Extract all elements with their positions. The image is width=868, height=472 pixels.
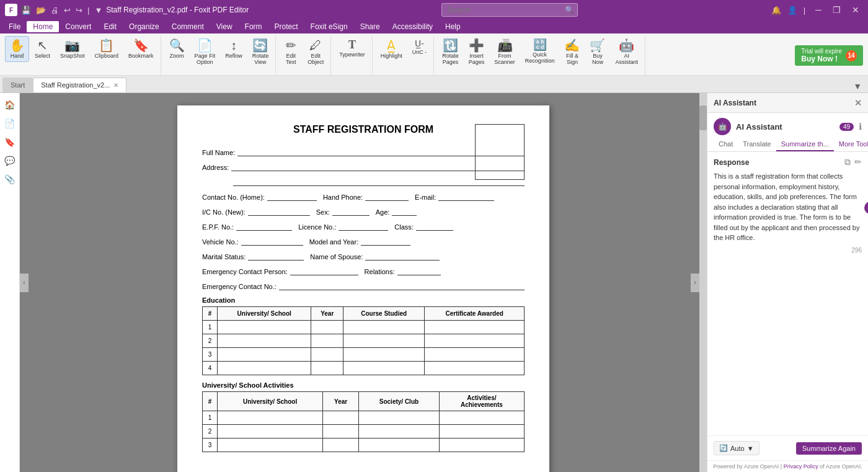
rotate-pages-button[interactable]: 🔃 RotatePages (438, 36, 463, 68)
reflow-button[interactable]: ↕ Reflow (221, 36, 247, 62)
edu-row1-course[interactable] (343, 321, 425, 334)
select-button[interactable]: ↖ Select (30, 36, 55, 62)
rotate-view-button[interactable]: 🔄 RotateView (248, 36, 273, 68)
open-icon[interactable]: 📂 (36, 6, 46, 15)
act-row1-year[interactable] (323, 411, 359, 425)
menu-foxit-esign[interactable]: Foxit eSign (304, 21, 354, 32)
sidebar-pages-button[interactable]: 📄 (2, 115, 18, 131)
menu-organize[interactable]: Organize (123, 21, 166, 32)
hand-phone-line[interactable] (365, 192, 409, 201)
vehicle-line[interactable] (241, 237, 303, 246)
buy-now-toolbar-button[interactable]: 🛒 BuyNow (585, 36, 609, 68)
act-row3-society[interactable] (359, 439, 440, 452)
edu-row4-year[interactable] (311, 362, 343, 375)
restore-button[interactable]: ❐ (829, 4, 844, 16)
email-line[interactable] (438, 192, 494, 201)
pdf-viewer[interactable]: ‹ STAFF REGISTRATION FORM Full Name: Add… (20, 93, 707, 472)
edit-response-icon[interactable]: ✏ (854, 157, 862, 167)
redo-icon[interactable]: ↪ (76, 6, 82, 15)
global-search-input[interactable] (441, 3, 578, 17)
menu-home[interactable]: Home (27, 21, 59, 32)
menu-help[interactable]: Help (439, 21, 467, 32)
insert-pages-button[interactable]: ➕ InsertPages (464, 36, 489, 68)
contact-home-line[interactable] (267, 192, 317, 201)
auto-mode-button[interactable]: 🔄 Auto ▼ (714, 441, 760, 455)
quick-recognition-button[interactable]: 🔡 QuickRecognition (521, 36, 559, 67)
sidebar-attachment-button[interactable]: 📎 (2, 171, 18, 187)
menu-edit[interactable]: Edit (97, 21, 123, 32)
zoom-button[interactable]: 🔍 Zoom (165, 36, 189, 62)
feedback-button[interactable]: 👍 (864, 202, 868, 214)
highlight-button[interactable]: A̲ Highlight (376, 36, 407, 62)
edu-row3-course[interactable] (343, 348, 425, 362)
copy-response-icon[interactable]: ⧉ (844, 157, 851, 167)
ai-tab-translate[interactable]: Translate (738, 138, 776, 151)
fill-sign-button[interactable]: ✍ Fill &Sign (560, 36, 584, 68)
spouse-line[interactable] (365, 252, 440, 260)
ic-line[interactable] (248, 207, 310, 216)
menu-accessibility[interactable]: Accessibility (386, 21, 439, 32)
undo-icon[interactable]: ↩ (64, 6, 71, 15)
menu-comment[interactable]: Comment (166, 21, 210, 32)
act-row2-school[interactable] (218, 425, 323, 439)
sidebar-comment-button[interactable]: 💬 (2, 153, 18, 169)
act-row3-activities[interactable] (439, 439, 524, 452)
typewriter-button[interactable]: T Typewriter (335, 36, 370, 61)
edu-row3-school[interactable] (218, 348, 311, 362)
edu-row2-cert[interactable] (425, 334, 525, 348)
menu-protect[interactable]: Protect (268, 21, 304, 32)
age-line[interactable] (392, 207, 417, 216)
unc-button[interactable]: U̲- UnC - (408, 36, 432, 58)
ai-assistant-toolbar-button[interactable]: 🤖 AIAssistant (611, 36, 642, 68)
tab-document-close-icon[interactable]: ✕ (113, 82, 118, 89)
privacy-policy-link[interactable]: Privacy Policy (784, 463, 818, 470)
menu-share[interactable]: Share (354, 21, 386, 32)
sidebar-home-button[interactable]: 🏠 (2, 97, 18, 113)
edu-row3-year[interactable] (311, 348, 343, 362)
buy-now-badge-button[interactable]: Trial will expire Buy Now ! 14 (795, 45, 863, 66)
marital-line[interactable] (248, 252, 304, 260)
notification-icon[interactable]: 🔔 (771, 6, 781, 15)
menu-form[interactable]: Form (239, 21, 268, 32)
tab-document[interactable]: Staff Registration_v2... ✕ (33, 78, 126, 92)
sex-line[interactable] (332, 207, 370, 216)
user-icon[interactable]: 👤 (787, 6, 797, 15)
ai-tab-more-tools[interactable]: More Tools › (834, 138, 868, 151)
ai-response-area[interactable]: Response ⧉ ✏ This is a staff registratio… (707, 152, 868, 435)
edu-row1-year[interactable] (311, 321, 343, 334)
edu-row4-course[interactable] (343, 362, 425, 375)
edu-row2-course[interactable] (343, 334, 425, 348)
menu-file[interactable]: File (2, 21, 27, 32)
tab-start[interactable]: Start (2, 78, 33, 92)
act-row2-activities[interactable] (439, 425, 524, 439)
sidebar-bookmark-button[interactable]: 🔖 (2, 134, 18, 150)
emergency-no-line[interactable] (279, 282, 525, 290)
epf-line[interactable] (236, 222, 292, 231)
licence-line[interactable] (339, 222, 388, 231)
act-row3-school[interactable] (218, 439, 323, 452)
hand-tool-button[interactable]: ✋ Hand (5, 36, 29, 62)
act-row1-society[interactable] (359, 411, 440, 425)
snapshot-button[interactable]: 📷 SnapShot (56, 36, 89, 62)
print-icon[interactable]: 🖨 (51, 6, 59, 15)
page-fit-button[interactable]: 📄 Page FitOption (190, 36, 220, 68)
model-year-line[interactable] (361, 237, 410, 246)
act-row1-activities[interactable] (439, 411, 524, 425)
edu-row2-school[interactable] (218, 334, 311, 348)
ai-panel-close-button[interactable]: ✕ (854, 98, 862, 108)
ai-tab-summarize[interactable]: Summarize th... (776, 138, 834, 151)
edu-row4-cert[interactable] (425, 362, 525, 375)
edu-row2-year[interactable] (311, 334, 343, 348)
edu-row1-cert[interactable] (425, 321, 525, 334)
act-row2-year[interactable] (323, 425, 359, 439)
ai-info-icon[interactable]: ℹ (859, 122, 862, 131)
class-line[interactable] (416, 222, 453, 231)
clipboard-button[interactable]: 📋 Clipboard (91, 36, 123, 62)
relations-line[interactable] (397, 267, 441, 275)
edu-row4-school[interactable] (218, 362, 311, 375)
menu-view[interactable]: View (210, 21, 239, 32)
bookmark-button[interactable]: 🔖 Bookmark (124, 36, 158, 62)
from-scanner-button[interactable]: 📠 FromScanner (490, 36, 520, 68)
edit-text-button[interactable]: ✏ EditText (280, 36, 302, 68)
collapse-left-button[interactable]: ‹ (20, 274, 29, 292)
